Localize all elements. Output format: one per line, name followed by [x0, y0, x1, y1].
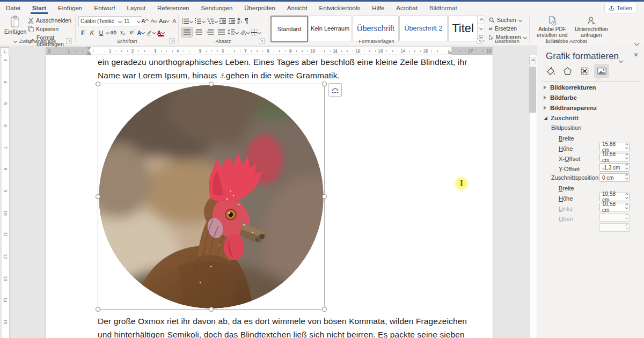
- tab-ueberpruefen[interactable]: Überprüfen: [238, 2, 281, 14]
- copy-button[interactable]: Kopieren: [28, 26, 58, 32]
- change-case-button[interactable]: Aa: [159, 16, 169, 25]
- ruler-number: 6: [219, 48, 226, 54]
- align-left-button[interactable]: [181, 27, 193, 38]
- ruler-number: 10: [310, 48, 316, 54]
- shrink-font-button[interactable]: A: [150, 16, 158, 25]
- tab-referenzen[interactable]: Referenzen: [151, 2, 195, 14]
- tab-entwicklertools[interactable]: Entwicklertools: [313, 2, 367, 14]
- numbered-list-button[interactable]: [194, 18, 205, 24]
- tab-stop-selector[interactable]: L: [1, 47, 9, 56]
- pentagon-icon: [562, 66, 573, 76]
- style-ueberschrift-2[interactable]: Überschrift 2: [399, 16, 448, 41]
- justify-button[interactable]: [216, 27, 226, 37]
- resize-handle-ne[interactable]: [322, 82, 327, 86]
- share-button[interactable]: Teilen: [604, 3, 636, 13]
- pilcrow-button[interactable]: ¶: [245, 17, 248, 25]
- text-effects-button[interactable]: A: [137, 28, 145, 37]
- resize-handle-sw[interactable]: [96, 307, 100, 312]
- resize-handle-se[interactable]: [322, 307, 327, 312]
- align-right-button[interactable]: [205, 27, 215, 37]
- paragraph-1[interactable]: ein geradezu unorthographisches Leben. E…: [98, 56, 489, 83]
- tab-entwurf[interactable]: Entwurf: [88, 2, 121, 14]
- section-bildtransparenz[interactable]: Bildtransparenz: [544, 105, 597, 111]
- pane-tab-effects[interactable]: [560, 64, 575, 78]
- cut-button[interactable]: Ausschneiden: [28, 17, 71, 24]
- strikethrough-button[interactable]: ab: [109, 28, 118, 37]
- tab-ansicht[interactable]: Ansicht: [281, 2, 313, 14]
- bold-button[interactable]: F: [79, 28, 87, 37]
- section-zuschnitt[interactable]: Zuschnitt: [544, 115, 579, 121]
- tab-einfuegen[interactable]: Einfügen: [52, 2, 88, 14]
- resize-handle-e[interactable]: [322, 194, 327, 199]
- resize-handle-n[interactable]: [209, 82, 214, 86]
- grow-font-button[interactable]: A: [141, 16, 149, 25]
- borders-button[interactable]: [251, 29, 261, 36]
- paragraph-2[interactable]: Der große Oxmox riet ihr davon ab, da es…: [98, 315, 495, 338]
- tab-sendungen[interactable]: Sendungen: [195, 2, 238, 14]
- scroll-up-button[interactable]: [529, 57, 536, 64]
- font-name-select[interactable]: Calibri (Textkö: [78, 16, 123, 26]
- paint-bucket-icon: [545, 66, 555, 76]
- tab-bildformat[interactable]: Bildformat: [423, 2, 463, 14]
- first-line-indent-marker[interactable]: [87, 47, 91, 50]
- resize-handle-s[interactable]: [209, 307, 214, 312]
- italic-button[interactable]: K: [88, 28, 96, 37]
- caret-up-icon: [479, 18, 483, 22]
- justify-icon: [218, 30, 225, 35]
- dialog-launcher-icon[interactable]: ↘: [477, 38, 482, 44]
- replace-button[interactable]: ⇄ Ersetzen: [489, 25, 517, 32]
- pane-tab-picture[interactable]: [594, 64, 609, 78]
- section-bildfarbe[interactable]: Bildfarbe: [544, 94, 577, 101]
- scrollbar-thumb[interactable]: [529, 67, 536, 113]
- y-offset-input[interactable]: 0 cm: [599, 173, 630, 182]
- style-ueberschrift[interactable]: Überschrift: [353, 16, 399, 41]
- dialog-launcher-icon[interactable]: ↘: [169, 38, 175, 44]
- font-style-buttons: F K U ab x₂ x² A A: [78, 28, 165, 37]
- font-size-select[interactable]: 11: [122, 16, 142, 26]
- line-spacing-button[interactable]: [228, 29, 238, 35]
- multilevel-list-button[interactable]: [207, 18, 217, 24]
- tab-start[interactable]: Start: [26, 2, 52, 14]
- ruler-number: 14: [400, 48, 406, 54]
- pane-tab-layout-properties[interactable]: [577, 64, 592, 78]
- collapsed-triangle-icon: [544, 106, 546, 110]
- chevron-down-icon: [118, 19, 122, 23]
- dialog-launcher-icon[interactable]: ↘: [66, 38, 72, 44]
- pane-options-button[interactable]: [619, 55, 623, 64]
- superscript-button[interactable]: x²: [128, 28, 136, 37]
- highlight-button[interactable]: [146, 28, 156, 37]
- subscript-button[interactable]: x₂: [119, 28, 127, 37]
- dialog-launcher-icon[interactable]: ↘: [259, 38, 265, 44]
- pane-tab-fill-line[interactable]: [543, 64, 558, 78]
- layout-options-button[interactable]: [328, 83, 342, 97]
- decrease-indent-button[interactable]: [219, 18, 226, 24]
- bullet-list-button[interactable]: [182, 18, 193, 24]
- tab-layout[interactable]: Layout: [121, 2, 151, 14]
- section-bildkorrekturen[interactable]: Bildkorrekturen: [544, 84, 596, 91]
- chevron-down-icon: [161, 31, 165, 34]
- style-kein-leerraum[interactable]: Kein Leerraum: [308, 16, 352, 41]
- tab-acrobat[interactable]: Acrobat: [390, 2, 423, 14]
- tab-hilfe[interactable]: Hilfe: [366, 2, 390, 14]
- clear-formatting-button[interactable]: A: [170, 16, 178, 25]
- pane-close-button[interactable]: ×: [634, 50, 638, 59]
- style-titel[interactable]: Titel: [448, 16, 478, 41]
- find-button[interactable]: Suchen: [489, 17, 522, 23]
- tab-datei[interactable]: Datei: [0, 2, 26, 14]
- chevron-down-icon[interactable]: [106, 31, 109, 34]
- right-indent-marker[interactable]: [448, 51, 452, 54]
- underline-button[interactable]: U: [97, 28, 105, 37]
- sort-button[interactable]: AZ↓: [237, 17, 243, 25]
- resize-handle-w[interactable]: [96, 194, 100, 199]
- picture-chicken[interactable]: [98, 84, 324, 309]
- field-links: Links: [559, 203, 640, 212]
- increase-indent-button[interactable]: [228, 18, 236, 24]
- font-color-button[interactable]: A: [157, 28, 165, 37]
- collapsed-triangle-icon: [544, 95, 546, 100]
- resize-handle-nw[interactable]: [96, 82, 100, 86]
- shading-button[interactable]: [239, 29, 250, 36]
- ibeam-cursor-icon: I: [460, 179, 463, 188]
- request-signatures-button[interactable]: Unterschriftenanfragen: [574, 16, 609, 38]
- spinner-icon[interactable]: [625, 174, 628, 179]
- align-center-button[interactable]: [194, 27, 204, 37]
